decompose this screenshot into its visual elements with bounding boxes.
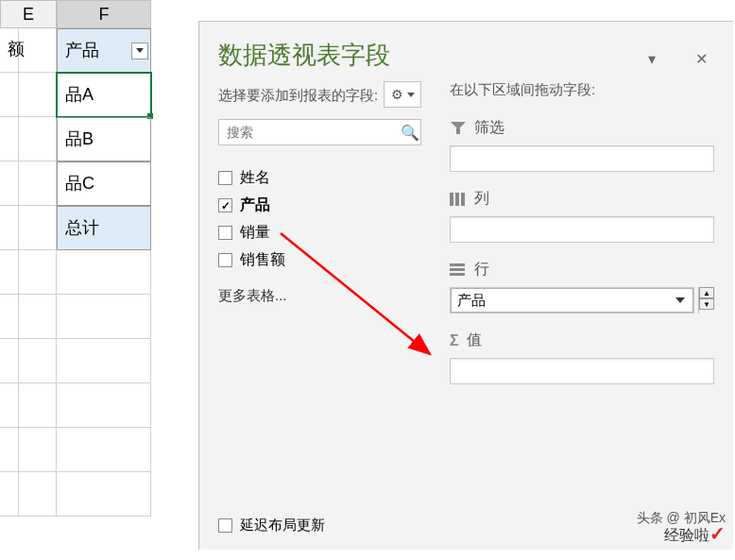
field-label: 销售额 (240, 250, 285, 270)
checkbox-icon[interactable] (218, 253, 232, 267)
checkbox-icon[interactable] (218, 171, 232, 185)
rows-area-label: 行 (474, 260, 489, 280)
grid: 额 产品 品A 品B 品C 总计 (0, 28, 198, 517)
spinner-up[interactable]: ▲ (699, 287, 714, 298)
cell[interactable] (19, 206, 57, 250)
panel-options-button[interactable]: ▾ (648, 50, 667, 61)
field-label: 销量 (240, 223, 270, 243)
pivot-fields-panel: 数据透视表字段 ▾ ✕ 选择要添加到报表的字段: 🔍 姓名 (198, 21, 733, 550)
cell[interactable] (19, 339, 57, 383)
pivot-header-label: 产品 (65, 41, 99, 59)
cell[interactable] (0, 161, 19, 206)
field-label: 产品 (240, 195, 270, 215)
search-icon[interactable]: 🔍 (400, 120, 420, 144)
cell[interactable] (0, 117, 19, 161)
gear-icon[interactable] (384, 81, 421, 108)
search-box: 🔍 (218, 119, 421, 145)
check-icon: ✓ (709, 522, 726, 545)
spinner-control: ▲ ▼ (698, 287, 714, 314)
pivot-row-cell[interactable]: 品A (57, 73, 151, 117)
col-header-e[interactable]: E (0, 0, 57, 28)
cell[interactable] (19, 250, 57, 295)
values-area: Σ 值 (450, 331, 714, 384)
filter-area-label: 筛选 (474, 118, 504, 138)
row-field-label: 产品 (457, 292, 675, 310)
cell[interactable] (19, 117, 57, 161)
cell[interactable] (19, 428, 57, 472)
field-item-sales[interactable]: 销量 (218, 219, 421, 246)
cell[interactable] (0, 73, 19, 117)
cell[interactable] (57, 383, 151, 428)
defer-checkbox[interactable] (218, 518, 232, 533)
field-item-product[interactable]: 产品 (218, 192, 421, 219)
pivot-total-cell[interactable]: 总计 (57, 206, 151, 250)
cell[interactable] (0, 339, 19, 383)
field-label: 姓名 (240, 168, 270, 188)
columns-area: 列 (450, 189, 714, 243)
sigma-icon: Σ (450, 332, 459, 349)
field-item-revenue[interactable]: 销售额 (218, 246, 421, 274)
fields-chooser: 选择要添加到报表的字段: 🔍 姓名 产品 销量 (218, 81, 421, 401)
cell[interactable] (0, 472, 19, 517)
spreadsheet-area: E F 额 产品 品A 品B 品C 总计 (0, 0, 198, 560)
chevron-down-icon[interactable] (675, 297, 685, 303)
choose-fields-label: 选择要添加到报表的字段: (218, 85, 384, 105)
drop-areas: 在以下区域间拖动字段: 筛选 列 行 (440, 81, 714, 401)
values-drop-zone[interactable] (450, 358, 714, 384)
filter-icon (450, 122, 467, 135)
row-field-item[interactable]: 产品 (451, 288, 693, 313)
cell[interactable] (0, 428, 19, 472)
column-headers: E F (0, 0, 198, 28)
rows-drop-zone[interactable]: 产品 (450, 287, 694, 314)
field-item-name[interactable]: 姓名 (218, 164, 421, 192)
rows-icon (450, 263, 467, 277)
cell[interactable] (57, 472, 151, 517)
pivot-filter-dropdown[interactable] (131, 42, 148, 59)
defer-label: 延迟布局更新 (240, 517, 325, 535)
columns-area-label: 列 (474, 189, 489, 209)
col-header-f[interactable]: F (57, 0, 151, 28)
cell[interactable] (57, 295, 151, 339)
cell[interactable] (57, 428, 151, 472)
cell[interactable] (0, 206, 19, 250)
cell[interactable] (19, 161, 57, 206)
values-area-label: 值 (467, 331, 482, 350)
panel-header: 数据透视表字段 ▾ ✕ (199, 22, 733, 81)
search-input[interactable] (219, 120, 400, 144)
cell[interactable] (19, 28, 57, 73)
checkbox-icon[interactable] (218, 198, 232, 212)
cell[interactable] (57, 250, 151, 295)
cell[interactable] (57, 339, 151, 383)
cell[interactable] (19, 73, 57, 117)
filter-area: 筛选 (450, 118, 714, 172)
close-icon[interactable]: ✕ (695, 50, 714, 61)
cell[interactable] (0, 383, 19, 428)
columns-icon (450, 193, 467, 206)
columns-drop-zone[interactable] (450, 216, 714, 243)
panel-title: 数据透视表字段 (218, 39, 648, 72)
cell[interactable] (19, 383, 57, 428)
pivot-row-cell[interactable]: 品B (57, 117, 151, 161)
rows-area: 行 产品 ▲ ▼ (450, 260, 714, 314)
cell[interactable] (19, 295, 57, 339)
pivot-header-cell[interactable]: 产品 (57, 28, 151, 73)
watermark-site: 经验啦✓ (664, 522, 726, 546)
pivot-row-cell[interactable]: 品C (57, 161, 151, 206)
more-tables-link[interactable]: 更多表格... (218, 287, 421, 305)
filter-drop-zone[interactable] (450, 145, 714, 172)
checkbox-icon[interactable] (218, 226, 232, 240)
field-list: 姓名 产品 销量 销售额 (218, 164, 421, 274)
cell[interactable]: 额 (0, 28, 19, 73)
drag-fields-label: 在以下区域间拖动字段: (450, 81, 714, 99)
cell[interactable] (0, 295, 19, 339)
cell[interactable] (19, 472, 57, 517)
cell[interactable] (0, 250, 19, 295)
spinner-down[interactable]: ▼ (699, 298, 714, 310)
